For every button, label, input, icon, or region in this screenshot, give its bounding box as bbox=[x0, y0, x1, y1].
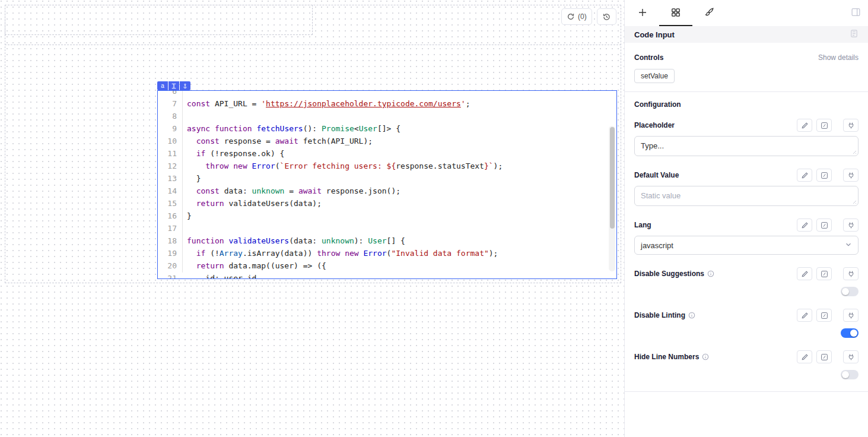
code-line: 8 bbox=[158, 110, 616, 122]
pencil-icon bbox=[801, 312, 809, 319]
binding-button[interactable] bbox=[843, 350, 859, 363]
edit-button[interactable] bbox=[797, 119, 812, 132]
line-number: 7 bbox=[158, 97, 182, 110]
line-number: 13 bbox=[158, 172, 182, 185]
components-icon bbox=[671, 8, 681, 19]
pencil-icon bbox=[801, 122, 809, 129]
code-box-icon bbox=[821, 221, 828, 229]
height-mode-icon[interactable] bbox=[168, 81, 179, 90]
field-lang: Langjavascript bbox=[634, 218, 859, 255]
anchor-icon[interactable] bbox=[180, 81, 190, 90]
placeholder-input[interactable]: Type... bbox=[634, 136, 859, 156]
plug-icon bbox=[847, 172, 855, 179]
widget-selection-tag[interactable]: a bbox=[157, 81, 190, 90]
property-panel: Code Input Controls Show details setValu… bbox=[624, 0, 868, 437]
plug-icon bbox=[847, 353, 855, 361]
property-label: Hide Line Numbers bbox=[634, 353, 709, 361]
toggle-knob bbox=[842, 288, 849, 295]
field-placeholder: PlaceholderType... bbox=[634, 118, 859, 156]
line-number: 11 bbox=[158, 147, 182, 160]
history-button[interactable] bbox=[597, 8, 616, 25]
code-text: const API_URL = 'https://jsonplaceholder… bbox=[182, 97, 470, 110]
code-text: if (!Array.isArray(data)) throw new Erro… bbox=[182, 247, 498, 259]
code-box-icon bbox=[821, 353, 828, 361]
line-number: 10 bbox=[158, 135, 182, 147]
editor-canvas[interactable]: (0) a 67const API_URL = 'https://jsonpla… bbox=[0, 0, 624, 437]
binding-button[interactable] bbox=[843, 309, 859, 322]
binding-button[interactable] bbox=[843, 169, 859, 182]
code-line: 6 bbox=[158, 90, 616, 97]
scrollbar-track[interactable] bbox=[609, 126, 615, 271]
refresh-icon bbox=[567, 12, 575, 21]
expression-button[interactable] bbox=[816, 309, 832, 322]
code-line: 13 } bbox=[158, 172, 616, 185]
binding-button[interactable] bbox=[843, 119, 859, 132]
info-icon bbox=[688, 312, 695, 319]
controls-section: Controls Show details setValue bbox=[625, 43, 868, 91]
code-text: } bbox=[182, 172, 201, 185]
binding-button[interactable] bbox=[843, 218, 859, 232]
code-text: if (!response.ok) { bbox=[182, 147, 284, 160]
code-text: const response = await fetch(API_URL); bbox=[182, 135, 373, 147]
history-icon bbox=[602, 12, 611, 21]
expression-button[interactable] bbox=[816, 218, 832, 232]
property-label: Disable Suggestions bbox=[634, 270, 714, 278]
refresh-queries-button[interactable]: (0) bbox=[561, 8, 592, 25]
line-number: 20 bbox=[158, 259, 182, 272]
line-number: 19 bbox=[158, 247, 182, 259]
controls-title: Controls bbox=[634, 53, 663, 62]
select-value: javascript bbox=[641, 241, 673, 250]
widget-name-chip[interactable]: a bbox=[157, 81, 168, 90]
expression-button[interactable] bbox=[816, 350, 832, 363]
code-text: async function fetchUsers(): Promise<Use… bbox=[182, 122, 400, 135]
hide-line-numbers-toggle[interactable] bbox=[841, 370, 859, 379]
edit-button[interactable] bbox=[797, 309, 812, 322]
code-line: 12 throw new Error(`Error fetching users… bbox=[158, 160, 616, 172]
field-disable-suggestions: Disable Suggestions bbox=[634, 267, 859, 296]
scrollbar-thumb[interactable] bbox=[610, 127, 615, 229]
code-line: 19 if (!Array.isArray(data)) throw new E… bbox=[158, 247, 616, 259]
tab-insert[interactable] bbox=[626, 0, 659, 26]
code-input-widget[interactable]: 67const API_URL = 'https://jsonplacehold… bbox=[157, 90, 617, 279]
field-disable-linting: Disable Linting bbox=[634, 308, 859, 338]
expression-button[interactable] bbox=[816, 119, 832, 132]
line-number: 6 bbox=[158, 90, 182, 97]
plug-icon bbox=[847, 312, 855, 319]
panel-tabs bbox=[625, 0, 868, 26]
code-text bbox=[182, 222, 187, 235]
edit-button[interactable] bbox=[797, 218, 812, 232]
plug-icon bbox=[847, 270, 855, 278]
edit-button[interactable] bbox=[797, 350, 812, 363]
disable-linting-toggle[interactable] bbox=[841, 328, 859, 338]
code-line: 11 if (!response.ok) { bbox=[158, 147, 616, 160]
section-divider-bottom bbox=[625, 391, 868, 392]
code-box-icon bbox=[821, 270, 828, 278]
component-header: Code Input bbox=[625, 26, 868, 43]
tab-properties[interactable] bbox=[659, 0, 692, 26]
default-value-input[interactable]: Static value bbox=[634, 186, 859, 206]
expression-button[interactable] bbox=[816, 169, 832, 182]
configuration-section: Configuration PlaceholderType...Default … bbox=[625, 92, 868, 379]
lang-select[interactable]: javascript bbox=[634, 236, 859, 255]
line-number: 8 bbox=[158, 110, 182, 122]
line-number: 21 bbox=[158, 272, 182, 279]
code-editor[interactable]: 67const API_URL = 'https://jsonplacehold… bbox=[158, 90, 616, 273]
setvalue-action-button[interactable]: setValue bbox=[634, 69, 675, 83]
field-default-value: Default ValueStatic value bbox=[634, 168, 859, 206]
plug-icon bbox=[847, 122, 855, 129]
code-box-icon bbox=[821, 122, 828, 129]
binding-button[interactable] bbox=[843, 267, 859, 280]
plus-icon bbox=[638, 8, 647, 19]
edit-button[interactable] bbox=[797, 267, 812, 280]
code-text: } bbox=[182, 210, 192, 222]
code-line: 7const API_URL = 'https://jsonplaceholde… bbox=[158, 97, 616, 110]
tab-styles[interactable] bbox=[692, 0, 726, 26]
expression-button[interactable] bbox=[816, 267, 832, 280]
show-details-link[interactable]: Show details bbox=[818, 53, 859, 62]
brush-icon bbox=[704, 7, 714, 19]
panel-collapse-button[interactable] bbox=[851, 7, 861, 19]
disable-suggestions-toggle[interactable] bbox=[841, 287, 859, 296]
edit-button[interactable] bbox=[797, 169, 812, 182]
code-line: 10 const response = await fetch(API_URL)… bbox=[158, 135, 616, 147]
docs-icon[interactable] bbox=[850, 29, 859, 40]
